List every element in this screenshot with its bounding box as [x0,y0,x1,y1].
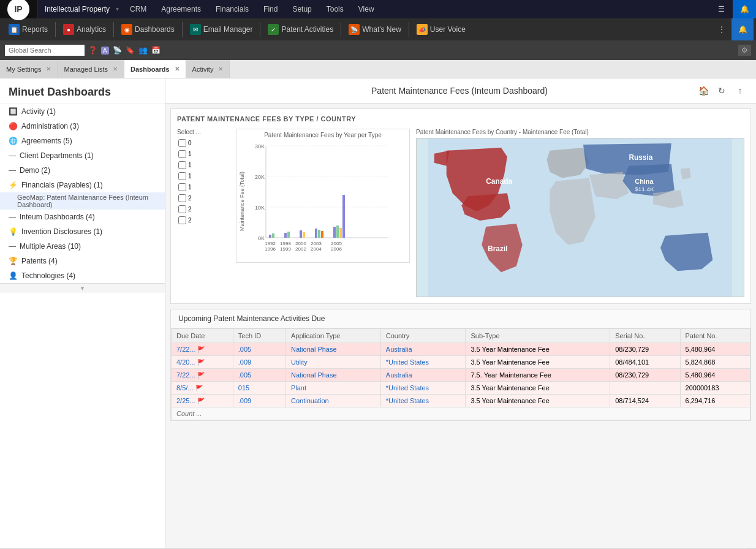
toolbar-dashboards[interactable]: ◉ Dashboards [115,18,181,40]
cb-label-3: 1 [188,162,192,168]
checkbox-5[interactable] [178,183,186,191]
cell-app-type[interactable]: Continuation [285,395,380,407]
nav-setup[interactable]: Setup [285,0,319,18]
cell-due-date[interactable]: 7/22... 🚩 [172,369,233,382]
sidebar-item-agreements[interactable]: 🌐 Agreements (5) [0,134,165,148]
cell-tech-id[interactable]: .005 [233,369,285,382]
tab-my-settings-close[interactable]: ✕ [46,66,51,72]
cell-tech-id[interactable]: .009 [233,395,285,407]
svg-rect-14 [303,232,305,238]
nav-intellectual-property[interactable]: Intellectual Property [40,5,115,13]
checkbox-row-3[interactable]: 1 [177,160,232,170]
sidebar-item-geomap[interactable]: GeoMap: Patent Maintenance Fees (Inteum … [0,192,165,210]
cell-due-date[interactable]: 2/25... 🚩 [172,395,233,407]
user-icon[interactable]: A [101,47,109,55]
nav-find[interactable]: Find [256,0,285,18]
table-row[interactable]: 4/20... 🚩 .009 Utility *United States 3.… [172,356,750,369]
toolbar-more-btn[interactable]: ⋮ [712,25,731,34]
ip-dropdown-arrow[interactable]: ▼ [115,6,120,12]
sidebar-item-invention[interactable]: 💡 Invention Disclosures (1) [0,224,165,239]
tab-managed-lists[interactable]: Managed Lists ✕ [58,60,124,78]
checkbox-3[interactable] [178,161,186,169]
checkbox-row-6[interactable]: 2 [177,193,232,203]
toolbar-reports[interactable]: 📋 Reports [2,18,54,40]
search-input[interactable] [5,45,85,56]
checkbox-row-1[interactable]: 0 [177,138,232,148]
hamburger-btn[interactable]: ☰ [709,0,733,18]
table-row[interactable]: 2/25... 🚩 .009 Continuation *United Stat… [172,395,750,407]
cell-app-type[interactable]: National Phase [285,343,380,356]
help-icon[interactable]: ❓ [88,46,97,55]
cell-due-date[interactable]: 8/5/... 🚩 [172,382,233,395]
toolbar-patent-activities[interactable]: ✓ Patent Activities [262,18,339,40]
checkbox-8[interactable] [178,216,186,224]
sidebar-item-multiple[interactable]: — Multiple Areas (10) [0,239,165,254]
cell-due-date[interactable]: 7/22... 🚩 [172,343,233,356]
tab-managed-lists-close[interactable]: ✕ [113,66,118,72]
calendar-icon[interactable]: 📅 [151,46,161,55]
cell-tech-id[interactable]: 015 [233,382,285,395]
checkbox-6[interactable] [178,194,186,202]
nav-financials[interactable]: Financials [208,0,256,18]
checkbox-4[interactable] [178,172,186,180]
table-row[interactable]: 7/22... 🚩 .005 National Phase Australia … [172,343,750,356]
nav-view[interactable]: View [351,0,382,18]
checkbox-row-7[interactable]: 2 [177,204,232,214]
sidebar-item-demo[interactable]: — Demo (2) [0,163,165,178]
tab-dashboards[interactable]: Dashboards ✕ [124,60,186,78]
cell-app-type[interactable]: Plant [285,382,380,395]
home-btn[interactable]: 🏠 [696,83,711,98]
checkbox-row-5[interactable]: 1 [177,182,232,192]
notifications-btn[interactable]: 🔔 [733,0,756,18]
cell-country[interactable]: Australia [380,369,466,382]
sidebar-item-client-departments[interactable]: — Client Departments (1) [0,148,165,163]
cell-country[interactable]: Australia [380,343,466,356]
sidebar-item-administration[interactable]: 🔴 Administration (3) [0,119,165,134]
refresh-btn[interactable]: ↻ [714,83,729,98]
cell-country[interactable]: *United States [380,395,466,407]
cell-due-date[interactable]: 4/20... 🚩 [172,356,233,369]
group-icon[interactable]: 👥 [138,46,148,55]
col-due-date: Due Date [172,329,233,343]
checkbox-row-2[interactable]: 1 [177,149,232,159]
settings-btn[interactable]: ⚙ [738,46,751,55]
map-panel: Patent Maintenance Fees by Country - Mai… [416,129,744,297]
cell-country[interactable]: *United States [380,356,466,369]
table-row[interactable]: 8/5/... 🚩 015 Plant *United States 3.5 Y… [172,382,750,395]
tab-my-settings[interactable]: My Settings ✕ [0,60,58,78]
cell-tech-id[interactable]: .009 [233,356,285,369]
tab-activity[interactable]: Activity ✕ [186,60,230,78]
sidebar-scrollbar[interactable]: ▼ [0,283,165,293]
share-btn[interactable]: ↑ [733,83,747,98]
cell-app-type[interactable]: Utility [285,356,380,369]
svg-rect-19 [336,225,339,238]
svg-text:2003: 2003 [311,241,322,246]
rss-icon[interactable]: 📡 [113,46,122,55]
sidebar-item-technologies[interactable]: 👤 Technologies (4) [0,268,165,283]
sidebar-item-financials[interactable]: ⚡ Financials (Payables) (1) [0,178,165,192]
sidebar-item-inteum[interactable]: — Inteum Dashboards (4) [0,210,165,224]
tab-activity-close[interactable]: ✕ [218,66,223,72]
select-list-panel: Select ... 0 1 1 1 1 2 2 2 [177,129,232,263]
checkbox-1[interactable] [178,139,186,147]
cell-country[interactable]: *United States [380,382,466,395]
cell-app-type[interactable]: National Phase [285,369,380,382]
toolbar-notifications[interactable]: 🔔 [731,18,754,40]
sidebar-item-activity[interactable]: 🔲 Activity (1) [0,104,165,119]
checkbox-2[interactable] [178,150,186,158]
nav-crm[interactable]: CRM [123,0,154,18]
sidebar-item-patents[interactable]: 🏆 Patents (4) [0,254,165,268]
checkbox-row-4[interactable]: 1 [177,171,232,181]
nav-agreements[interactable]: Agreements [154,0,208,18]
toolbar-whats-new[interactable]: 📡 What's New [342,18,407,40]
cell-tech-id[interactable]: .005 [233,343,285,356]
checkbox-row-8[interactable]: 2 [177,215,232,225]
bookmark-icon[interactable]: 🔖 [126,46,135,55]
toolbar-analytics[interactable]: ● Analytics [57,18,112,40]
nav-tools[interactable]: Tools [319,0,351,18]
tab-dashboards-close[interactable]: ✕ [175,66,180,72]
table-row[interactable]: 7/22... 🚩 .005 National Phase Australia … [172,369,750,382]
toolbar-user-voice[interactable]: 📣 User Voice [410,18,472,40]
toolbar-email[interactable]: ✉ Email Manager [184,18,259,40]
checkbox-7[interactable] [178,205,186,213]
